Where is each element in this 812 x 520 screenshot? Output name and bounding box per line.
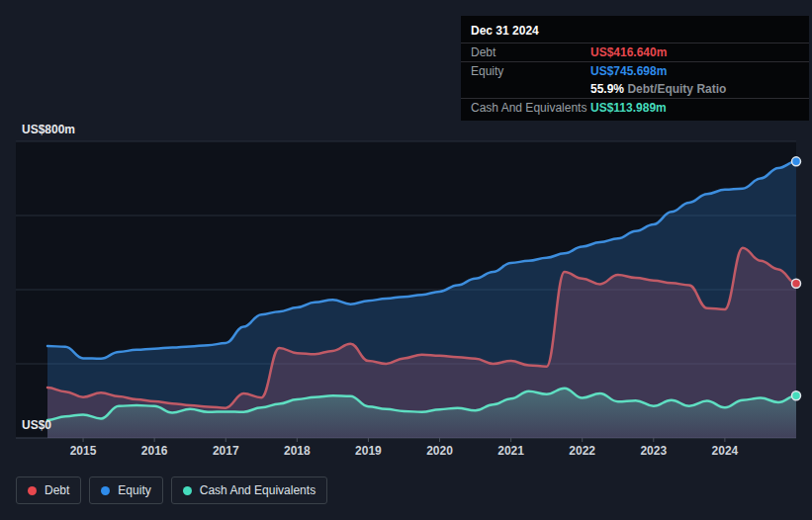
debt-equity-history-panel: US$800m US$0 201520162017201820192020202… [0, 0, 812, 520]
tooltip-debt-label: Debt [471, 45, 590, 59]
legend-equity-label: Equity [118, 483, 150, 497]
debt-equity-ratio-value: 55.9% [590, 82, 624, 96]
tooltip-row-ratio: 55.9% Debt/Equity Ratio [461, 80, 809, 98]
x-axis-tick-label: 2018 [275, 444, 318, 458]
tooltip-debt-value: US$416.640m [590, 45, 667, 59]
cash-series-dot-icon [183, 486, 192, 495]
tooltip: Dec 31 2024 Debt US$416.640m Equity US$7… [461, 16, 809, 121]
legend: Debt Equity Cash And Equivalents [16, 477, 327, 504]
tooltip-row-cash: Cash And Equivalents US$113.989m [461, 99, 809, 117]
cash-and-equivalents-end-marker [792, 391, 801, 400]
tooltip-equity-value: US$745.698m [590, 64, 667, 78]
equity-series-dot-icon [101, 486, 110, 495]
legend-debt-label: Debt [45, 483, 69, 497]
x-axis-tick-label: 2023 [632, 444, 676, 458]
x-axis-tick-label: 2020 [418, 444, 462, 458]
x-axis-tick-label: 2019 [346, 444, 390, 458]
debt-end-marker [792, 279, 801, 288]
y-axis-max-label: US$800m [22, 123, 75, 136]
equity-end-marker [792, 157, 801, 166]
legend-item-debt[interactable]: Debt [16, 477, 81, 504]
x-axis-tick-label: 2015 [61, 444, 105, 458]
debt-series-dot-icon [28, 486, 37, 495]
tooltip-equity-label: Equity [471, 64, 590, 78]
tooltip-row-equity: Equity US$745.698m [461, 62, 809, 80]
x-axis-tick-label: 2016 [133, 444, 176, 458]
x-axis-tick-label: 2021 [490, 444, 533, 458]
x-axis-tick-label: 2022 [561, 444, 604, 458]
legend-item-equity[interactable]: Equity [89, 477, 162, 504]
tooltip-cash-value: US$113.989m [590, 101, 667, 115]
tooltip-date: Dec 31 2024 [461, 18, 809, 43]
x-axis-tick-label: 2017 [204, 444, 247, 458]
y-axis-min-label: US$0 [22, 418, 51, 432]
debt-equity-ratio-label: Debt/Equity Ratio [627, 82, 726, 96]
tooltip-row-debt: Debt US$416.640m [461, 43, 809, 61]
legend-cash-label: Cash And Equivalents [200, 483, 316, 497]
tooltip-cash-label: Cash And Equivalents [471, 101, 590, 115]
x-axis-tick-label: 2024 [703, 444, 747, 458]
legend-item-cash[interactable]: Cash And Equivalents [171, 477, 327, 504]
